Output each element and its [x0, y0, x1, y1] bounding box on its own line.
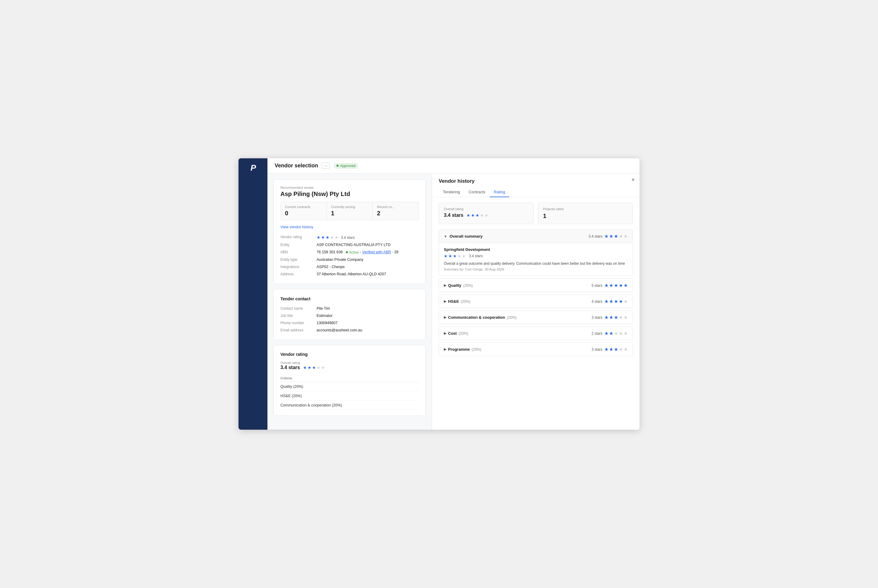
criteria-header: Criteria	[280, 375, 419, 382]
category-quality-header[interactable]: ▶ Quality (20%) 5 stars ★ ★ ★ ★	[439, 279, 632, 292]
recommended-label: Recommended vendor	[280, 186, 419, 189]
overall-rating-box: Overall rating 3.4 stars ★ ★ ★ ★ ★	[439, 202, 534, 224]
ovr-star-2: ★	[307, 365, 312, 370]
hist-star-3: ★	[475, 213, 479, 218]
star-3: ★	[326, 235, 330, 240]
category-programme: ▶ Programme (20%) 3 stars ★ ★ ★ ★	[439, 342, 633, 356]
category-hse-header[interactable]: ▶ HS&E (20%) 4 stars ★ ★ ★ ★	[439, 295, 632, 308]
category-cost-title: ▶ Cost (20%)	[444, 331, 468, 336]
stat-label-2: Recent co...	[377, 205, 414, 208]
star-4: ★	[330, 235, 334, 240]
badge-label: Approved	[340, 164, 355, 168]
cost-stars-label: 2 stars	[592, 332, 602, 336]
project-stars-label: 3.4 stars	[469, 254, 483, 258]
vendor-rating-card: Vendor rating Overall rating 3.4 stars ★…	[273, 345, 426, 416]
overall-summary-title: ▼ Overall summary	[444, 234, 482, 238]
stats-row: Current contracts 0 Currently pricing 1 …	[280, 202, 419, 220]
quality-pct: (20%)	[463, 284, 473, 288]
contact-value-email: accounts@ausheet.com.au	[316, 327, 419, 334]
contact-value-job: Estimator	[316, 312, 419, 320]
badge-dot	[337, 165, 339, 167]
left-panel: Recommended vendor Asp Piling (Nsw) Pty …	[267, 173, 432, 430]
info-value-entity-type: Australian Private Company	[316, 256, 419, 263]
ovr-star-3: ★	[312, 365, 316, 370]
tab-tendering[interactable]: Tendering	[439, 187, 464, 197]
contact-value-phone: 1300949607	[316, 320, 419, 327]
ovr-star-4: ★	[316, 365, 321, 370]
q-star-5: ★	[623, 282, 628, 288]
stat-label-1: Currently pricing	[331, 205, 369, 208]
info-row-vendor-rating: Vendor rating ★ ★ ★ ★ ★ 3.4 stars	[280, 233, 419, 241]
q-star-1: ★	[604, 282, 608, 288]
overall-summary-text: Overall summary	[449, 234, 483, 238]
hse-stars-label: 4 stars	[592, 299, 602, 304]
category-programme-header[interactable]: ▶ Programme (20%) 3 stars ★ ★ ★ ★	[439, 343, 632, 356]
info-label-entity: Entity	[280, 241, 316, 249]
pr-star-1: ★	[604, 346, 608, 352]
category-hse: ▶ HS&E (20%) 4 stars ★ ★ ★ ★	[439, 295, 633, 308]
tender-contact-card: Tender contact Contact name Pile Tim Job…	[273, 289, 426, 340]
active-indicator: Active	[346, 250, 359, 255]
tender-contact-title: Tender contact	[280, 296, 419, 301]
h-star-5: ★	[623, 298, 628, 304]
info-row-abn: ABN 76 158 301 636 Active - Verified wit…	[280, 249, 419, 256]
close-button[interactable]: ×	[631, 177, 635, 182]
info-label-address: Address	[280, 270, 316, 278]
hist-star-2: ★	[471, 213, 475, 218]
overall-summary-stars-right: 3.4 stars ★ ★ ★ ★ ★	[589, 233, 628, 239]
star-5: ★	[335, 235, 339, 240]
main-content: Vendor selection ··· Approved Recommende…	[267, 158, 640, 430]
programme-pct: (20%)	[472, 347, 481, 352]
hist-star-4: ★	[480, 213, 484, 218]
more-button[interactable]: ···	[322, 162, 330, 169]
tab-contracts[interactable]: Contracts	[464, 187, 490, 197]
hse-stars-icons: ★ ★ ★ ★ ★	[604, 298, 628, 304]
tab-rating[interactable]: Rating	[490, 187, 509, 197]
co-star-3: ★	[614, 330, 618, 336]
overall-rating-row: Overall rating 3.4 stars ★ ★ ★ ★ ★	[280, 360, 419, 370]
category-hse-title: ▶ HS&E (20%)	[444, 299, 470, 304]
vendor-card: Recommended vendor Asp Piling (Nsw) Pty …	[273, 179, 426, 284]
c-star-3: ★	[614, 315, 618, 320]
h-star-1: ★	[604, 298, 608, 304]
info-value-address: 37 Alberton Road, Alberton AU-QLD 4207	[316, 270, 419, 278]
app-logo: P	[250, 163, 256, 173]
quality-label: Quality	[448, 283, 461, 288]
cost-stars-right: 2 stars ★ ★ ★ ★ ★	[592, 330, 628, 336]
c-star-4: ★	[619, 315, 623, 320]
panel-tabs: Tendering Contracts Rating	[439, 187, 633, 197]
panel-title: Vendor history	[439, 178, 633, 184]
criteria-table: Criteria Quality (20%) HS&E (20%) Co	[280, 375, 419, 410]
category-cost-header[interactable]: ▶ Cost (20%) 2 stars ★ ★ ★ ★	[439, 327, 632, 340]
criteria-row-comm: Communication & cooperation (20%)	[280, 400, 419, 410]
contact-label-email: Email address	[280, 327, 316, 334]
co-star-2: ★	[609, 330, 613, 336]
overall-summary-stars-label: 3.4 stars	[589, 234, 602, 238]
stat-value-1: 1	[331, 210, 369, 217]
overall-rating-box-value: 3.4 stars ★ ★ ★ ★ ★	[444, 213, 529, 218]
overall-summary-section: ▼ Overall summary 3.4 stars ★ ★ ★ ★	[439, 230, 633, 276]
proj-star-4: ★	[457, 254, 461, 258]
info-value-abn: 76 158 301 636 Active - Verified with AB…	[316, 249, 419, 256]
cost-stars-icons: ★ ★ ★ ★ ★	[604, 330, 628, 336]
view-vendor-history-link[interactable]: View vendor history	[280, 225, 419, 229]
overall-summary-header[interactable]: ▼ Overall summary 3.4 stars ★ ★ ★ ★	[439, 230, 632, 243]
project-stars-row: ★ ★ ★ ★ ★ 3.4 stars	[444, 254, 628, 258]
info-value-entity: ASP CONTRACTING AUSTRALIA PTY LTD	[316, 241, 419, 249]
info-label-abn: ABN	[280, 249, 316, 256]
contact-label-job: Job title	[280, 312, 316, 320]
verified-abr-link[interactable]: Verified with ABR	[362, 250, 391, 254]
category-comm-header[interactable]: ▶ Communication & cooperation (20%) 3 st…	[439, 311, 632, 324]
vendor-history-panel: Vendor history × Tendering Contracts Rat…	[432, 173, 640, 430]
chevron-right-cost: ▶	[444, 332, 446, 335]
cost-pct: (20%)	[458, 332, 468, 336]
quality-stars-label: 5 stars	[592, 284, 602, 288]
os-star-3: ★	[614, 233, 618, 239]
info-value-integrations: ASP02 - Cheops	[316, 263, 419, 270]
info-row-address: Address 37 Alberton Road, Alberton AU-QL…	[280, 270, 419, 278]
panel-body: Overall rating 3.4 stars ★ ★ ★ ★ ★	[432, 197, 640, 430]
contact-row-phone: Phone number 1300949607	[280, 320, 419, 327]
category-quality: ▶ Quality (20%) 5 stars ★ ★ ★ ★	[439, 279, 633, 292]
proj-star-2: ★	[448, 254, 452, 258]
projects-rated-label: Projects rated	[543, 207, 628, 211]
